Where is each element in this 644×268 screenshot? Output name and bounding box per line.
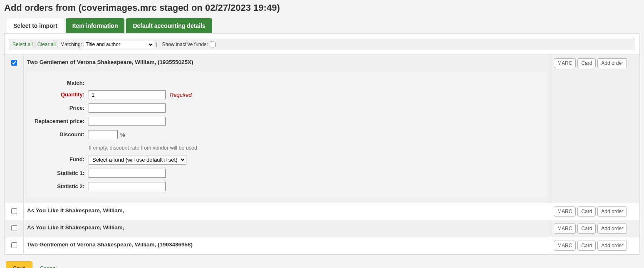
tab-select-to-import[interactable]: Select to import <box>7 18 64 33</box>
marc-button[interactable]: MARC <box>554 207 576 216</box>
marc-button[interactable]: MARC <box>554 58 576 68</box>
record-row: As You Like It Shakespeare, William, MAR… <box>5 203 639 220</box>
statistic2-label: Statistic 2: <box>35 182 89 189</box>
page-title: Add orders from (coverimages.mrc staged … <box>4 0 640 18</box>
discount-input[interactable] <box>89 130 118 139</box>
fund-label: Fund: <box>35 155 89 162</box>
replacement-price-label: Replacement price: <box>35 117 89 125</box>
record-row: Two Gentlemen of Verona Shakespeare, Wil… <box>5 237 639 254</box>
add-order-button[interactable]: Add order <box>597 207 627 216</box>
record-title: As You Like It Shakespeare, William, <box>27 224 547 231</box>
discount-label: Discount: <box>35 130 89 138</box>
detail-panel: Match: Quantity: Required Price: <box>27 71 547 199</box>
card-button[interactable]: Card <box>577 207 596 216</box>
required-indicator: Required <box>170 92 192 98</box>
separator: | <box>35 42 36 47</box>
record-checkbox[interactable] <box>11 60 17 66</box>
discount-hint: If empty, discount rate from vendor will… <box>89 145 197 151</box>
match-label: Match: <box>35 79 89 86</box>
footer: Save Cancel <box>4 255 640 268</box>
select-all-link[interactable]: Select all <box>12 42 33 47</box>
show-inactive-checkbox[interactable] <box>210 42 215 47</box>
record-title: Two Gentlemen of Verona Shakespeare, Wil… <box>27 241 547 248</box>
save-button[interactable]: Save <box>6 261 32 268</box>
show-inactive-label: Show inactive funds: <box>162 42 208 47</box>
records-list: Two Gentlemen of Verona Shakespeare, Wil… <box>5 54 639 254</box>
matching-label: Matching: <box>60 42 82 47</box>
card-button[interactable]: Card <box>577 241 596 251</box>
discount-unit: % <box>120 132 125 138</box>
record-title: As You Like It Shakespeare, William, <box>27 207 547 214</box>
price-input[interactable] <box>89 103 166 113</box>
record-row: Two Gentlemen of Verona Shakespeare, Wil… <box>5 55 639 203</box>
tab-item-information[interactable]: Item information <box>66 18 125 33</box>
card-button[interactable]: Card <box>577 58 596 68</box>
fund-select[interactable]: Select a fund (will use default if set) <box>89 155 186 165</box>
record-checkbox[interactable] <box>11 242 17 248</box>
add-order-button[interactable]: Add order <box>597 241 627 251</box>
quantity-input[interactable] <box>89 90 166 99</box>
matching-select[interactable]: Title and author <box>84 41 154 48</box>
record-title: Two Gentlemen of Verona Shakespeare, Wil… <box>27 59 547 65</box>
tab-panel: Select all | Clear all | Matching: Title… <box>4 33 640 255</box>
add-order-button[interactable]: Add order <box>597 58 627 68</box>
separator: | <box>57 42 59 47</box>
separator: | <box>156 42 157 47</box>
replacement-price-input[interactable] <box>89 117 166 126</box>
price-label: Price: <box>35 103 89 111</box>
statistic2-input[interactable] <box>89 182 166 191</box>
quantity-label: Quantity: <box>35 90 89 98</box>
record-row: As You Like It Shakespeare, William, MAR… <box>5 220 639 237</box>
record-checkbox[interactable] <box>11 208 17 214</box>
add-order-button[interactable]: Add order <box>597 224 627 234</box>
clear-all-link[interactable]: Clear all <box>37 42 56 47</box>
statistic1-label: Statistic 1: <box>35 169 89 176</box>
tab-default-accounting[interactable]: Default accounting details <box>126 18 212 33</box>
cancel-link[interactable]: Cancel <box>40 265 57 268</box>
tabs: Select to import Item information Defaul… <box>7 18 640 33</box>
card-button[interactable]: Card <box>577 224 596 234</box>
record-checkbox[interactable] <box>11 225 17 231</box>
marc-button[interactable]: MARC <box>554 224 576 234</box>
marc-button[interactable]: MARC <box>554 241 576 251</box>
toolbar: Select all | Clear all | Matching: Title… <box>9 39 635 50</box>
statistic1-input[interactable] <box>89 169 166 178</box>
